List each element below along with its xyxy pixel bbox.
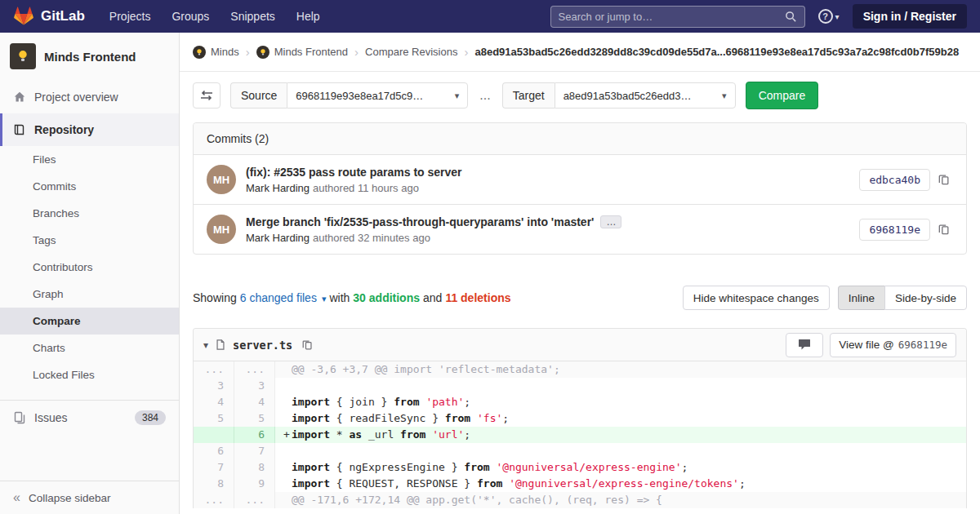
old-line-number[interactable]: ... [194, 361, 234, 378]
diff-line-context: 78import { ngExpressEngine } from '@ngun… [194, 459, 966, 476]
sidebar-item-tags[interactable]: Tags [0, 227, 179, 254]
old-line-number[interactable] [194, 427, 234, 443]
commit-author-link[interactable]: Mark Harding [246, 182, 310, 194]
collapse-diff-icon[interactable]: ▾ [203, 339, 208, 351]
search-input[interactable] [559, 11, 785, 23]
diff-line-context: 33 [194, 378, 966, 394]
nav-groups[interactable]: Groups [172, 10, 209, 23]
top-navbar: GitLab Projects Groups Snippets Help ? ▾… [0, 0, 980, 33]
sidebar-item-locked-files[interactable]: Locked Files [0, 361, 179, 388]
sidebar-item-graph[interactable]: Graph [0, 281, 179, 308]
commit-row: MH Merge branch 'fix/2535-pass-through-q… [194, 204, 966, 254]
diff-file-name: server.ts [233, 339, 292, 352]
collapse-sidebar-button[interactable]: « Collapse sidebar [0, 481, 179, 514]
old-line-number[interactable]: 8 [194, 476, 234, 492]
target-branch-dropdown[interactable]: a8ed91a53bad5c26edd3… ▾ [555, 82, 736, 109]
project-header[interactable]: Minds Frontend [0, 33, 179, 81]
sidebar-item-project-overview[interactable]: Project overview [0, 81, 179, 113]
old-line-number[interactable]: 6 [194, 443, 234, 459]
project-name: Minds Frontend [44, 50, 136, 64]
new-line-number[interactable]: 6 [234, 427, 275, 443]
code-line: +import * as _url from 'url'; [275, 427, 966, 443]
copy-file-path-button[interactable] [299, 336, 316, 353]
diff-view-toggle: Inline Side-by-side [838, 286, 967, 310]
new-line-number[interactable]: ... [234, 492, 275, 508]
issues-count-badge: 384 [135, 410, 166, 425]
toggle-comments-button[interactable] [786, 333, 823, 357]
copy-sha-button[interactable] [935, 220, 953, 238]
copy-icon [938, 224, 950, 235]
sidebar-item-charts[interactable]: Charts [0, 335, 179, 361]
collapse-sidebar-label: Collapse sidebar [29, 492, 111, 504]
diff-file-panel: ▾ server.ts [193, 328, 967, 508]
old-line-number[interactable]: 7 [194, 459, 234, 476]
changed-files-dropdown[interactable]: 6 changed files▾ [240, 291, 330, 304]
old-line-number[interactable]: 3 [194, 378, 234, 394]
copy-sha-button[interactable] [935, 171, 953, 188]
signin-button[interactable]: Sign in / Register [853, 4, 967, 29]
source-branch-dropdown[interactable]: 6968119e93e8ea17d5c9… ▾ [287, 82, 468, 109]
source-label: Source [230, 82, 287, 109]
commit-description-expander[interactable]: … [600, 215, 621, 228]
commit-authored-time: authored 32 minutes ago [313, 232, 430, 244]
new-line-number[interactable]: 7 [234, 443, 275, 459]
old-line-number[interactable]: 5 [194, 410, 234, 427]
sidebar-item-repository[interactable]: Repository [0, 113, 179, 146]
file-icon [215, 339, 226, 351]
diff-line-match: ......@@ -171,6 +172,14 @@ app.get('*', … [194, 492, 966, 508]
diff-line-match: ......@@ -3,6 +3,7 @@ import 'reflect-me… [194, 361, 966, 378]
old-line-number[interactable]: 4 [194, 394, 234, 410]
new-line-number[interactable]: ... [234, 361, 275, 378]
nav-projects[interactable]: Projects [109, 10, 151, 23]
help-menu[interactable]: ? ▾ [818, 9, 840, 24]
sidebar-item-commits[interactable]: Commits [0, 173, 179, 200]
commit-sha-link[interactable]: 6968119e [859, 219, 930, 241]
project-avatar [10, 43, 36, 69]
comment-icon [798, 339, 811, 351]
deletions-count: 11 deletions [445, 291, 510, 304]
nav-snippets[interactable]: Snippets [230, 10, 274, 23]
side-by-side-view-button[interactable]: Side-by-side [884, 286, 967, 310]
new-line-number[interactable]: 3 [234, 378, 275, 394]
chevron-down-icon: ▾ [835, 12, 840, 21]
commit-message-link[interactable]: (fix): #2535 pass route params to server [246, 166, 462, 179]
breadcrumb-project-link[interactable]: Minds Frontend [256, 46, 348, 59]
gitlab-home-link[interactable]: GitLab [13, 7, 85, 26]
double-chevron-left-icon: « [13, 490, 20, 505]
commit-author-avatar[interactable]: MH [207, 215, 236, 244]
compare-button[interactable]: Compare [746, 82, 819, 109]
sidebar-item-files[interactable]: Files [0, 146, 179, 173]
new-line-number[interactable]: 4 [234, 394, 275, 410]
breadcrumb-current: a8ed91a53bad5c26edd3289dd8c39cd09de55d7a… [474, 46, 959, 58]
issues-icon [13, 411, 26, 424]
home-icon [13, 91, 26, 104]
showing-label: Showing [193, 291, 237, 304]
view-file-button[interactable]: View file @ 6968119e [830, 333, 956, 357]
commit-message-link[interactable]: Merge branch 'fix/2535-pass-through-quer… [246, 215, 594, 228]
project-mini-avatar [256, 46, 270, 59]
sidebar-item-branches[interactable]: Branches [0, 200, 179, 227]
new-line-number[interactable]: 8 [234, 459, 275, 476]
breadcrumb-group-link[interactable]: Minds [193, 46, 239, 59]
gitlab-tanuki-icon [13, 7, 34, 26]
commit-sha-link[interactable]: edbca40b [859, 169, 930, 191]
sidebar-item-contributors[interactable]: Contributors [0, 254, 179, 281]
hide-whitespace-button[interactable]: Hide whitespace changes [683, 286, 830, 310]
sidebar-item-compare[interactable]: Compare [0, 308, 179, 335]
new-line-number[interactable]: 9 [234, 476, 275, 492]
sidebar-item-issues[interactable]: Issues 384 [0, 400, 179, 435]
code-line: import { join } from 'path'; [275, 394, 966, 410]
search-box[interactable] [550, 6, 805, 28]
commit-author-avatar[interactable]: MH [207, 165, 236, 194]
commit-author-link[interactable]: Mark Harding [246, 232, 310, 244]
code-line: @@ -171,6 +172,14 @@ app.get('*', cache(… [275, 492, 966, 508]
additions-count: 30 additions [353, 291, 420, 304]
swap-revisions-button[interactable] [193, 82, 220, 109]
with-label: with [329, 291, 350, 304]
old-line-number[interactable]: ... [194, 492, 234, 508]
chevron-down-icon: ▾ [322, 294, 327, 304]
new-line-number[interactable]: 5 [234, 410, 275, 427]
inline-view-button[interactable]: Inline [838, 286, 884, 310]
breadcrumb-section-link[interactable]: Compare Revisions [365, 46, 457, 58]
nav-help[interactable]: Help [296, 10, 320, 23]
